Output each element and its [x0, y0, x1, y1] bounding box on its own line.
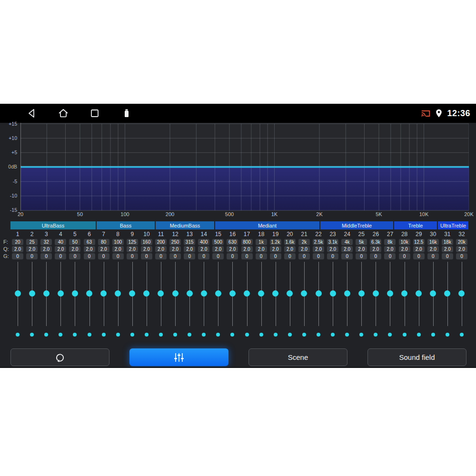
gain-slider[interactable]: [182, 260, 197, 328]
gain-slider[interactable]: [383, 260, 397, 328]
gain-value[interactable]: 0: [141, 253, 152, 259]
frequency-value[interactable]: 1.6k: [284, 239, 296, 245]
gain-slider[interactable]: [426, 260, 440, 328]
frequency-value[interactable]: 8k: [384, 239, 396, 245]
equalizer-button[interactable]: [129, 348, 228, 366]
slider-knob[interactable]: [15, 290, 21, 297]
gain-value[interactable]: 0: [341, 253, 353, 259]
gain-value[interactable]: 0: [399, 253, 410, 259]
gain-value[interactable]: 0: [413, 253, 425, 259]
q-value[interactable]: 2.0: [69, 246, 80, 252]
frequency-value[interactable]: 20: [12, 239, 23, 245]
q-value[interactable]: 2.0: [12, 246, 23, 252]
slider-knob[interactable]: [58, 290, 64, 297]
slider-knob[interactable]: [458, 290, 465, 297]
gain-slider[interactable]: [354, 260, 368, 328]
slider-knob[interactable]: [72, 290, 78, 297]
q-value[interactable]: 2.0: [169, 246, 181, 252]
usb-device-icon[interactable]: [121, 108, 132, 119]
gain-slider[interactable]: [10, 260, 25, 328]
gain-slider[interactable]: [211, 260, 225, 328]
gain-value[interactable]: 0: [456, 253, 467, 259]
q-value[interactable]: 2.0: [155, 246, 167, 252]
q-value[interactable]: 2.0: [84, 246, 95, 252]
gain-slider[interactable]: [254, 260, 268, 328]
gain-slider[interactable]: [168, 260, 182, 328]
frequency-value[interactable]: 630: [227, 239, 238, 245]
frequency-value[interactable]: 50: [69, 239, 80, 245]
gain-value[interactable]: 0: [284, 253, 296, 259]
gain-slider[interactable]: [283, 260, 297, 328]
q-value[interactable]: 2.0: [184, 246, 195, 252]
gain-value[interactable]: 0: [98, 253, 109, 259]
frequency-value[interactable]: 200: [155, 239, 167, 245]
gain-value[interactable]: 0: [26, 253, 38, 259]
frequency-value[interactable]: 20k: [456, 239, 467, 245]
gain-slider[interactable]: [440, 260, 455, 328]
slider-knob[interactable]: [358, 290, 365, 297]
frequency-value[interactable]: 2k: [298, 239, 310, 245]
gain-slider[interactable]: [97, 260, 111, 328]
gain-value[interactable]: 0: [112, 253, 124, 259]
frequency-value[interactable]: 100: [112, 239, 124, 245]
gain-slider[interactable]: [225, 260, 239, 328]
gain-value[interactable]: 0: [313, 253, 324, 259]
gain-slider[interactable]: [197, 260, 211, 328]
gain-value[interactable]: 0: [169, 253, 181, 259]
frequency-value[interactable]: 32: [40, 239, 52, 245]
slider-knob[interactable]: [187, 290, 193, 297]
gain-value[interactable]: 0: [212, 253, 224, 259]
frequency-value[interactable]: 5k: [356, 239, 367, 245]
q-value[interactable]: 2.0: [327, 246, 338, 252]
gain-slider[interactable]: [412, 260, 426, 328]
q-value[interactable]: 2.0: [442, 246, 453, 252]
gain-slider[interactable]: [240, 260, 254, 328]
q-value[interactable]: 2.0: [456, 246, 467, 252]
slider-knob[interactable]: [201, 290, 207, 297]
slider-knob[interactable]: [43, 290, 50, 297]
gain-slider[interactable]: [111, 260, 125, 328]
gain-slider[interactable]: [326, 260, 340, 328]
back-icon[interactable]: [26, 108, 38, 119]
gain-slider[interactable]: [125, 260, 139, 328]
gain-slider[interactable]: [397, 260, 412, 328]
slider-knob[interactable]: [373, 290, 379, 297]
gain-value[interactable]: 0: [40, 253, 52, 259]
q-value[interactable]: 2.0: [270, 246, 281, 252]
frequency-value[interactable]: 18k: [442, 239, 453, 245]
slider-knob[interactable]: [272, 290, 278, 297]
gain-slider[interactable]: [268, 260, 283, 328]
q-value[interactable]: 2.0: [227, 246, 238, 252]
slider-knob[interactable]: [229, 290, 236, 297]
gain-value[interactable]: 0: [84, 253, 95, 259]
q-value[interactable]: 2.0: [413, 246, 425, 252]
slider-knob[interactable]: [416, 290, 422, 297]
frequency-value[interactable]: 25: [26, 239, 38, 245]
slider-knob[interactable]: [344, 290, 350, 297]
gain-slider[interactable]: [311, 260, 326, 328]
q-value[interactable]: 2.0: [141, 246, 152, 252]
frequency-value[interactable]: 800: [241, 239, 253, 245]
q-value[interactable]: 2.0: [127, 246, 138, 252]
slider-knob[interactable]: [129, 290, 135, 297]
slider-knob[interactable]: [115, 290, 121, 297]
gain-value[interactable]: 0: [356, 253, 367, 259]
gain-slider[interactable]: [139, 260, 154, 328]
gain-slider[interactable]: [53, 260, 68, 328]
q-value[interactable]: 2.0: [313, 246, 324, 252]
frequency-value[interactable]: 16k: [427, 239, 439, 245]
sound-field-button[interactable]: Sound field: [367, 348, 466, 366]
gain-value[interactable]: 0: [442, 253, 453, 259]
slider-knob[interactable]: [287, 290, 293, 297]
q-value[interactable]: 2.0: [55, 246, 66, 252]
gain-value[interactable]: 0: [12, 253, 23, 259]
slider-knob[interactable]: [86, 290, 92, 297]
slider-knob[interactable]: [100, 290, 107, 297]
slider-knob[interactable]: [444, 290, 450, 297]
slider-knob[interactable]: [215, 290, 221, 297]
frequency-value[interactable]: 315: [184, 239, 195, 245]
gain-value[interactable]: 0: [384, 253, 396, 259]
slider-knob[interactable]: [29, 290, 35, 297]
frequency-value[interactable]: 125: [127, 239, 138, 245]
q-value[interactable]: 2.0: [256, 246, 267, 252]
